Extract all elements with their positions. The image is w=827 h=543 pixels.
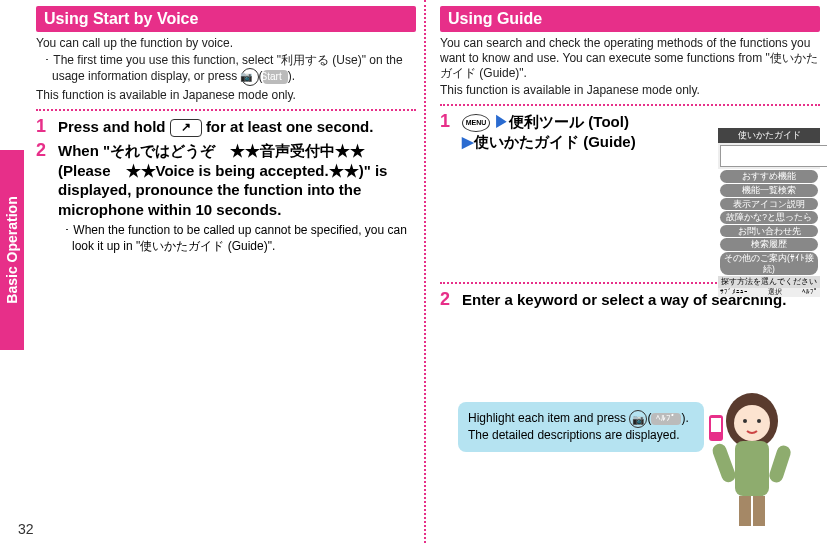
phone-menu-item[interactable]: お問い合わせ先: [720, 225, 818, 238]
help-button: ﾍﾙﾌﾟ: [651, 413, 681, 425]
camera-icon: 📷: [629, 410, 647, 428]
divider: [36, 109, 416, 111]
right-column: Using Guide You can search and check the…: [440, 6, 820, 313]
phone-menu-item[interactable]: その他のご案内(ｻｲﾄ接続): [720, 252, 818, 275]
arrow-icon: ▶: [494, 113, 509, 130]
right-note: This function is available in Japanese m…: [440, 83, 820, 98]
step-body: Press and hold ↗ for at least one second…: [58, 117, 416, 137]
side-tab-label: Basic Operation: [4, 196, 20, 303]
phone-search-input[interactable]: [720, 145, 827, 167]
column-divider: [424, 0, 426, 543]
step-1-left: 1 Press and hold ↗ for at least one seco…: [36, 117, 416, 137]
left-intro: You can call up the function by voice.: [36, 36, 416, 51]
page-number: 32: [18, 521, 34, 537]
svg-point-0: [743, 419, 747, 423]
softkey-right[interactable]: ﾍﾙﾌﾟ: [802, 288, 818, 297]
phone-menu-item[interactable]: おすすめ機能: [720, 170, 818, 183]
step-2-sub: ･ When the function to be called up cann…: [58, 223, 416, 254]
left-bullet: ･ The first time you use this function, …: [36, 53, 416, 86]
start-button: Start: [263, 70, 288, 85]
menu-button-icon: MENU: [462, 114, 490, 132]
phone-softkeys: ｻﾌﾞﾒﾆｭｰ 選択 ﾍﾙﾌﾟ: [718, 288, 820, 297]
softkey-mid[interactable]: 選択: [768, 288, 782, 297]
call-key-icon: ↗: [170, 119, 202, 137]
face-shape: [734, 405, 770, 441]
step-2-left: 2 When "それではどうぞ ★★音声受付中★★ (Please ★★Voic…: [36, 141, 416, 254]
left-note: This function is available in Japanese m…: [36, 88, 416, 103]
left-column: Using Start by Voice You can call up the…: [36, 6, 416, 258]
right-intro: You can search and check the operating m…: [440, 36, 820, 81]
divider: [440, 104, 820, 106]
arrow-icon: ▶: [462, 133, 474, 150]
side-tab: Basic Operation: [0, 150, 24, 350]
woman-illustration: [697, 383, 807, 533]
phone-menu-item[interactable]: 検索履歴: [720, 238, 818, 251]
tip-bubble: Highlight each item and press 📷(ﾍﾙﾌﾟ). T…: [458, 402, 704, 452]
svg-rect-4: [767, 444, 792, 484]
softkey-left[interactable]: ｻﾌﾞﾒﾆｭｰ: [720, 288, 748, 297]
section-title-left: Using Start by Voice: [36, 6, 416, 32]
section-title-right: Using Guide: [440, 6, 820, 32]
svg-rect-5: [739, 496, 751, 526]
tip-line1-pre: Highlight each item and press: [468, 411, 629, 425]
step-number: 1: [36, 117, 50, 137]
phone-search-row: 検索: [718, 143, 820, 169]
svg-rect-2: [711, 442, 738, 484]
phone-screenshot: 使いかたガイド 検索 おすすめ機能 機能一覧検索 表示アイコン説明 故障かな?と…: [718, 128, 820, 297]
step-number: 2: [440, 290, 454, 310]
step-number: 1: [440, 112, 454, 132]
body-shape: [735, 441, 769, 496]
phone-menu-item[interactable]: 故障かな?と思ったら: [720, 211, 818, 224]
step-body: When "それではどうぞ ★★音声受付中★★ (Please ★★Voice …: [58, 141, 416, 254]
phone-footer: 探す方法を選んでください: [718, 276, 820, 288]
svg-rect-3: [711, 418, 721, 432]
phone-menu-item[interactable]: 機能一覧検索: [720, 184, 818, 197]
camera-icon: 📷: [241, 68, 259, 86]
phone-menu-item[interactable]: 表示アイコン説明: [720, 198, 818, 211]
step-number: 2: [36, 141, 50, 161]
svg-point-1: [757, 419, 761, 423]
tip-line2: The detailed descriptions are displayed.: [468, 428, 679, 442]
svg-rect-6: [753, 496, 765, 526]
phone-titlebar: 使いかたガイド: [718, 128, 820, 143]
